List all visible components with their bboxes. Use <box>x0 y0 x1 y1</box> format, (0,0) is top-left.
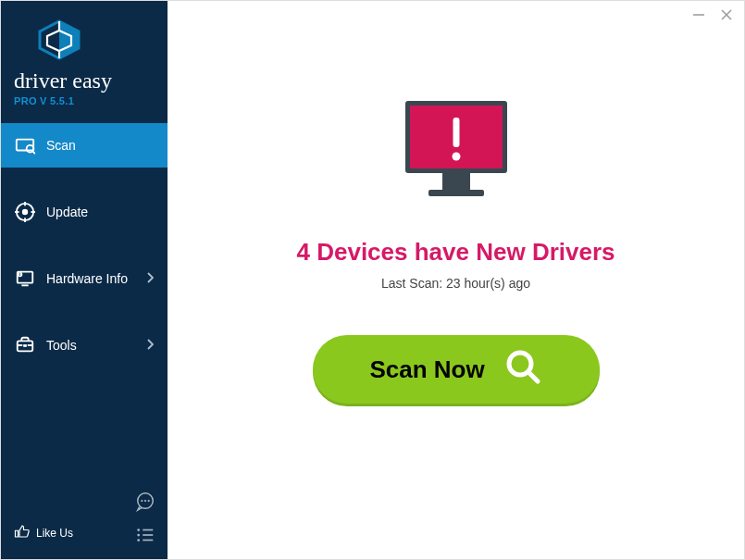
status-title: 4 Devices have New Drivers <box>297 238 615 267</box>
footer-icons <box>134 491 160 546</box>
like-us-label: Like Us <box>36 527 73 540</box>
brand-title: driver easy <box>14 69 112 92</box>
svg-point-27 <box>137 534 140 537</box>
svg-rect-13 <box>31 211 35 213</box>
svg-point-26 <box>137 529 140 531</box>
brand-block: driver easy PRO V 5.5.1 <box>1 1 168 123</box>
close-button[interactable] <box>720 8 733 21</box>
nav-item-hardware-info[interactable]: i Hardware Info <box>1 256 168 301</box>
chevron-right-icon <box>146 339 154 353</box>
svg-point-28 <box>137 539 140 541</box>
brand-logo-icon <box>36 19 82 64</box>
svg-point-9 <box>22 209 28 215</box>
svg-line-7 <box>32 152 35 155</box>
nav-item-scan[interactable]: Scan <box>1 123 168 168</box>
svg-rect-21 <box>23 344 27 347</box>
main-panel: 4 Devices have New Drivers Last Scan: 23… <box>168 1 744 559</box>
menu-list-icon[interactable] <box>134 524 156 546</box>
monitor-alert-icon <box>391 93 521 218</box>
scan-now-button[interactable]: Scan Now <box>313 335 600 404</box>
magnifier-icon <box>503 347 542 392</box>
brand-logo: driver easy PRO V 5.5.1 <box>14 19 155 106</box>
hardware-info-icon: i <box>15 268 35 289</box>
minimize-button[interactable] <box>692 8 705 21</box>
nav-label: Hardware Info <box>46 271 128 286</box>
brand-version: PRO V 5.5.1 <box>14 95 74 106</box>
scan-button-label: Scan Now <box>369 355 484 384</box>
nav-label: Tools <box>46 338 77 353</box>
chevron-right-icon <box>146 272 154 286</box>
svg-text:i: i <box>19 272 20 277</box>
svg-point-25 <box>148 500 150 502</box>
svg-point-23 <box>141 500 143 502</box>
svg-point-24 <box>144 500 146 502</box>
nav-item-tools[interactable]: Tools <box>1 323 168 367</box>
svg-rect-11 <box>24 218 26 222</box>
svg-rect-34 <box>442 173 470 190</box>
status-sub: Last Scan: 23 hour(s) ago <box>381 276 530 291</box>
nav-label: Scan <box>46 138 76 153</box>
svg-rect-35 <box>428 190 484 196</box>
svg-line-39 <box>528 372 538 381</box>
sidebar: driver easy PRO V 5.5.1 Scan Update i <box>1 1 168 559</box>
svg-rect-12 <box>15 211 19 213</box>
window-controls <box>692 8 733 21</box>
thumbs-up-icon <box>14 523 31 542</box>
update-icon <box>15 202 35 222</box>
svg-point-37 <box>452 153 460 161</box>
svg-rect-36 <box>453 118 459 147</box>
sidebar-footer: Like Us <box>1 481 168 559</box>
tools-icon <box>15 335 35 355</box>
feedback-icon[interactable] <box>134 491 156 513</box>
app-window: driver easy PRO V 5.5.1 Scan Update i <box>0 0 745 560</box>
nav: Scan Update i Hardware Info <box>1 123 168 481</box>
nav-item-update[interactable]: Update <box>1 190 168 234</box>
svg-rect-15 <box>21 284 28 286</box>
scan-icon <box>15 135 35 156</box>
like-us-button[interactable]: Like Us <box>8 519 79 546</box>
nav-label: Update <box>46 205 88 219</box>
